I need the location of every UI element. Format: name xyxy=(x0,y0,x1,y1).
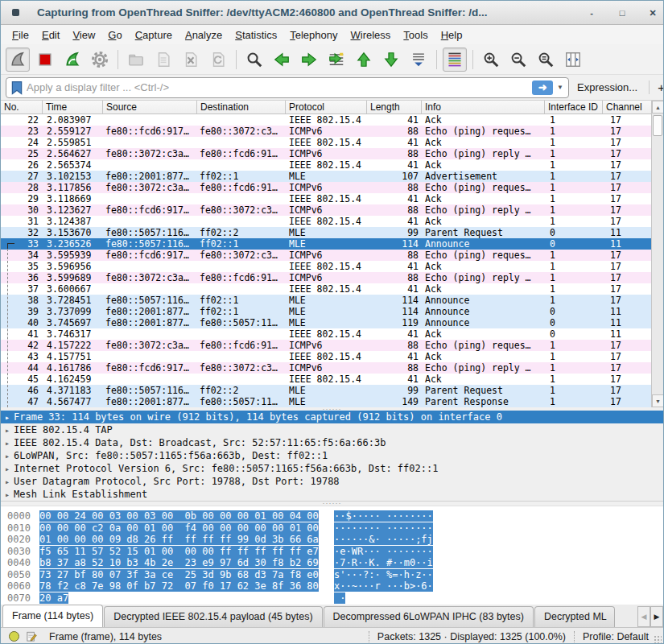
cell-dst[interactable]: ff02::1 xyxy=(197,238,286,250)
stop-capture-button[interactable] xyxy=(33,47,57,72)
status-profile[interactable]: Profile: Default xyxy=(583,631,649,642)
byte-view-tab-1[interactable]: Decrypted IEEE 802.15.4 payload (45 byte… xyxy=(104,606,322,627)
hex-bytes[interactable]: b8 37 a8 52 10 b3 4b 2e 23 e9 97 6d 30 f… xyxy=(39,557,319,568)
cell-time[interactable]: 2.559127 xyxy=(43,126,103,137)
cell-no[interactable]: 29 xyxy=(1,193,43,204)
cell-iface[interactable]: 1 xyxy=(545,385,603,396)
packet-row-42[interactable]: 424.157222fe80::3072:c3a…fe80::fcd6:91…I… xyxy=(1,340,653,351)
cell-no[interactable]: 32 xyxy=(1,227,43,238)
cell-info[interactable]: Ack xyxy=(422,261,545,272)
cell-chan[interactable]: 11 xyxy=(603,317,653,328)
hex-line-0020[interactable]: 002001 00 00 00 09 d8 26 ff ff ff ff 99 … xyxy=(7,534,663,546)
cell-dst[interactable]: ff02::2 xyxy=(197,227,286,238)
expand-arrow-icon[interactable]: ▸ xyxy=(1,411,14,424)
reload-file-button[interactable] xyxy=(206,47,230,72)
menu-view[interactable]: View xyxy=(66,27,101,43)
display-filter-field[interactable]: ➜ ▼ xyxy=(6,77,569,98)
cell-info[interactable]: Ack xyxy=(422,283,545,295)
cell-info[interactable]: Ack xyxy=(422,114,545,126)
cell-proto[interactable]: IEEE 802.15.4 xyxy=(286,328,367,340)
cell-info[interactable]: Advertisement xyxy=(422,171,545,182)
expand-arrow-icon[interactable]: ▸ xyxy=(1,489,14,502)
cell-chan[interactable]: 17 xyxy=(603,351,653,362)
cell-len[interactable]: 88 xyxy=(367,272,422,283)
column-header-interface-id[interactable]: Interface ID xyxy=(545,101,603,114)
cell-src[interactable]: fe80::fcd6:917… xyxy=(103,250,197,261)
detail-line-5[interactable]: ▸User Datagram Protocol, Src Port: 19788… xyxy=(1,475,663,488)
capture-options-button[interactable] xyxy=(88,47,112,72)
cell-len[interactable]: 88 xyxy=(367,148,422,159)
close-button[interactable]: ✕ xyxy=(647,8,658,19)
cell-iface[interactable]: 1 xyxy=(545,340,603,351)
cell-len[interactable]: 99 xyxy=(367,385,422,396)
cell-iface[interactable]: 1 xyxy=(545,362,603,374)
cell-iface[interactable]: 1 xyxy=(545,193,603,204)
detail-line-3[interactable]: ▸6LoWPAN, Src: fe80::5057:1165:f56a:663b… xyxy=(1,449,663,462)
cell-src[interactable]: fe80::2001:877… xyxy=(103,171,197,182)
restart-capture-button[interactable] xyxy=(60,47,85,72)
cell-info[interactable]: Echo (ping) reply … xyxy=(422,204,545,216)
cell-len[interactable]: 41 xyxy=(367,351,422,362)
packet-row-26[interactable]: 262.565374IEEE 802.15.441Ack117 xyxy=(1,159,653,171)
packet-row-40[interactable]: 403.745697fe80::2001:877…fe80::5057:11…M… xyxy=(1,317,653,328)
window-menu-icon[interactable] xyxy=(12,9,19,16)
byte-view-tab-0[interactable]: Frame (114 bytes) xyxy=(2,605,103,627)
expression-button[interactable]: Expression... xyxy=(577,81,637,93)
cell-chan[interactable]: 17 xyxy=(603,283,653,295)
go-to-packet-button[interactable] xyxy=(324,47,348,72)
cell-info[interactable]: Echo (ping) reply … xyxy=(422,362,545,374)
cell-src[interactable]: fe80::3072:c3a… xyxy=(103,148,197,159)
cell-chan[interactable]: 17 xyxy=(603,114,653,126)
tab-scroll-left-icon[interactable]: ◀ xyxy=(637,606,650,627)
menu-analyze[interactable]: Analyze xyxy=(179,27,229,43)
cell-src[interactable] xyxy=(103,261,197,272)
cell-dst[interactable]: ff02::2 xyxy=(197,385,286,396)
cell-chan[interactable]: 17 xyxy=(603,295,653,306)
cell-no[interactable]: 31 xyxy=(1,216,43,227)
packet-row-41[interactable]: 413.746317IEEE 802.15.441Ack011 xyxy=(1,328,653,340)
cell-time[interactable]: 4.157222 xyxy=(43,340,103,351)
go-first-button[interactable] xyxy=(352,47,376,72)
minimize-button[interactable]: - xyxy=(586,8,597,18)
cell-proto[interactable]: ICMPv6 xyxy=(286,362,367,374)
cell-no[interactable]: 26 xyxy=(1,159,43,171)
cell-iface[interactable]: 1 xyxy=(545,137,603,148)
cell-info[interactable]: Echo (ping) reques… xyxy=(422,340,545,351)
cell-info[interactable]: Ack xyxy=(422,159,545,171)
cell-time[interactable]: 2.559851 xyxy=(43,137,103,148)
cell-dst[interactable] xyxy=(197,351,286,362)
cell-info[interactable]: Announce xyxy=(422,238,545,250)
menu-statistics[interactable]: Statistics xyxy=(229,27,283,43)
cell-no[interactable]: 30 xyxy=(1,204,43,216)
cell-time[interactable]: 2.564627 xyxy=(43,148,103,159)
hex-ascii[interactable]: ·7·R··K. #··m0··i xyxy=(334,557,433,568)
column-header-channel[interactable]: Channel xyxy=(603,101,653,114)
cell-no[interactable]: 25 xyxy=(1,148,43,159)
cell-chan[interactable]: 17 xyxy=(603,340,653,351)
packet-row-34[interactable]: 343.595939fe80::fcd6:917…fe80::3072:c3…I… xyxy=(1,250,653,261)
save-file-button[interactable] xyxy=(151,47,175,72)
cell-time[interactable]: 3.600667 xyxy=(43,283,103,295)
cell-len[interactable]: 41 xyxy=(367,114,422,126)
menu-wireless[interactable]: Wireless xyxy=(344,27,398,43)
cell-time[interactable]: 3.737099 xyxy=(43,306,103,317)
cell-chan[interactable]: 17 xyxy=(603,137,653,148)
scroll-up-icon[interactable]: ▲ xyxy=(652,101,664,114)
hex-bytes[interactable]: 01 00 00 00 09 d8 26 ff ff ff ff 99 0d 3… xyxy=(39,534,319,545)
cell-info[interactable]: Ack xyxy=(422,193,545,204)
cell-dst[interactable] xyxy=(197,114,286,126)
cell-len[interactable]: 88 xyxy=(367,362,422,374)
cell-iface[interactable]: 1 xyxy=(545,396,603,407)
cell-len[interactable]: 99 xyxy=(367,227,422,238)
packet-row-31[interactable]: 313.124387IEEE 802.15.441Ack117 xyxy=(1,216,653,227)
resize-grip[interactable] xyxy=(654,635,662,643)
hex-ascii[interactable]: s'···?:· %=·h·z·· xyxy=(334,569,433,580)
cell-proto[interactable]: IEEE 802.15.4 xyxy=(286,114,367,126)
expand-arrow-icon[interactable]: ▸ xyxy=(1,463,14,476)
packet-row-30[interactable]: 303.123627fe80::fcd6:917…fe80::3072:c3…I… xyxy=(1,204,653,216)
cell-iface[interactable]: 1 xyxy=(545,283,603,295)
packet-row-24[interactable]: 242.559851IEEE 802.15.441Ack117 xyxy=(1,137,653,148)
packet-row-36[interactable]: 363.599689fe80::3072:c3a…fe80::fcd6:91…I… xyxy=(1,272,653,283)
open-file-button[interactable] xyxy=(124,47,148,72)
cell-proto[interactable]: IEEE 802.15.4 xyxy=(286,216,367,227)
